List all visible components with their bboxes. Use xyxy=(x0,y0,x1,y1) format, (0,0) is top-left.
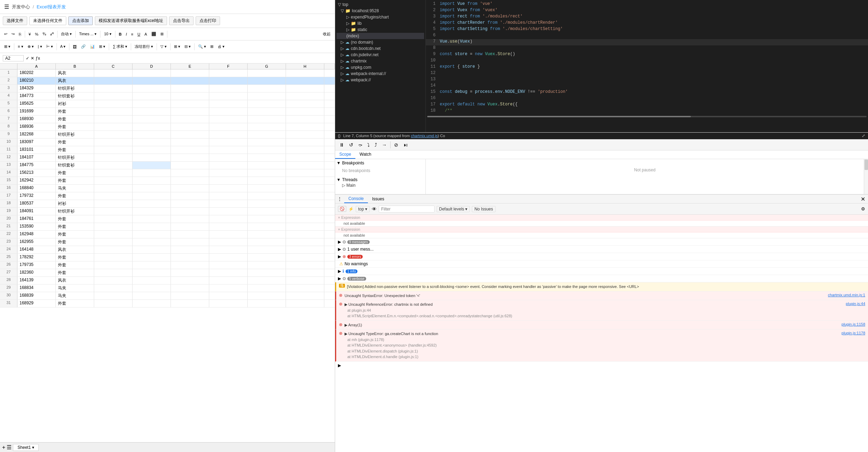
cell-a[interactable]: 182268 xyxy=(17,131,56,138)
console-filter-btn[interactable]: ⚡ xyxy=(348,207,354,212)
cell-h[interactable] xyxy=(286,269,324,276)
tree-item-unpkg[interactable]: ▷ ☁ unpkg.com xyxy=(337,64,424,71)
cell-a[interactable]: 184773 xyxy=(17,92,56,100)
cell-e[interactable] xyxy=(171,139,209,146)
cell-f[interactable] xyxy=(209,85,248,92)
cell-e[interactable] xyxy=(171,277,209,284)
cell-d[interactable] xyxy=(133,154,171,161)
cell-g[interactable] xyxy=(248,116,286,123)
tab-console[interactable]: Console xyxy=(344,195,368,203)
table-row[interactable]: 15162942外套 xyxy=(0,177,335,185)
cell-h[interactable] xyxy=(286,223,324,230)
tree-item-nodomain[interactable]: ▷ ☁ (no domain) xyxy=(337,39,424,45)
cell-d[interactable] xyxy=(133,69,171,77)
table-row[interactable]: 16168840马夹 xyxy=(0,185,335,192)
threads-header[interactable]: ▼ Threads xyxy=(337,177,424,182)
ref-error-source[interactable]: plugin.js:44 xyxy=(846,302,865,306)
cell-b[interactable]: 外套 xyxy=(56,269,94,276)
cell-d[interactable] xyxy=(133,162,171,169)
cell-c[interactable] xyxy=(94,300,133,307)
formula-sum-icon[interactable]: ƒx xyxy=(36,56,40,61)
cell-c[interactable] xyxy=(94,231,133,238)
cell-h[interactable] xyxy=(286,162,324,169)
cell-f[interactable] xyxy=(209,192,248,200)
cell-f[interactable] xyxy=(209,100,248,108)
cell-f[interactable] xyxy=(209,246,248,253)
cell-f[interactable] xyxy=(209,77,248,84)
cell-g[interactable] xyxy=(248,269,286,276)
cell-a[interactable]: 178292 xyxy=(17,254,56,261)
cell-f[interactable] xyxy=(209,69,248,77)
auto-select[interactable]: 自动 ▾ xyxy=(60,31,73,37)
cell-h[interactable] xyxy=(286,200,324,207)
cell-a[interactable]: 184107 xyxy=(17,154,56,161)
print-button[interactable]: 点击打印 xyxy=(196,16,220,25)
add-sheet-button[interactable]: + xyxy=(2,444,5,451)
table-row[interactable]: 23162955外套 xyxy=(0,238,335,246)
cell-e[interactable] xyxy=(171,200,209,207)
border-button[interactable]: ⊞ xyxy=(159,31,165,37)
cell-h[interactable] xyxy=(286,192,324,200)
cell-c[interactable] xyxy=(94,269,133,276)
cell-e[interactable] xyxy=(171,85,209,92)
formula-cancel-icon[interactable]: ✕ xyxy=(31,56,34,61)
cell-b[interactable]: 针织套衫 xyxy=(56,162,94,169)
cell-h[interactable] xyxy=(286,215,324,223)
format-btn[interactable]: ⊞ ▾ xyxy=(98,44,107,49)
console-filter-input[interactable] xyxy=(379,206,435,213)
table-row[interactable]: 12184107针织开衫 xyxy=(0,154,335,162)
cell-e[interactable] xyxy=(171,238,209,246)
cell-h[interactable] xyxy=(286,238,324,246)
cell-h[interactable] xyxy=(286,277,324,284)
cell-e[interactable] xyxy=(171,69,209,77)
add-button[interactable]: 点击添加 xyxy=(68,16,93,25)
cell-e[interactable] xyxy=(171,231,209,238)
cell-h[interactable] xyxy=(286,77,324,84)
cell-g[interactable] xyxy=(248,69,286,77)
merge-btn[interactable]: | ▾ xyxy=(37,44,44,49)
cell-b[interactable]: 外套 xyxy=(56,139,94,146)
devtools-close-btn[interactable]: ✕ xyxy=(858,196,868,202)
table-btn[interactable]: ⊞ xyxy=(209,44,215,49)
font-color-button[interactable]: A xyxy=(143,32,148,37)
cell-h[interactable] xyxy=(286,92,324,100)
align-button[interactable]: ≡ xyxy=(130,32,135,37)
cell-b[interactable]: 外套 xyxy=(56,300,94,307)
cell-b[interactable]: 外套 xyxy=(56,177,94,184)
cell-type-btn[interactable]: ⊞ ▾ xyxy=(3,44,12,49)
cell-e[interactable] xyxy=(171,269,209,276)
cell-e[interactable] xyxy=(171,123,209,131)
status-expand-icon[interactable]: ⤢ xyxy=(862,133,865,138)
cell-a[interactable]: 156213 xyxy=(17,169,56,177)
cell-e[interactable] xyxy=(171,192,209,200)
fill-color-button[interactable]: ⬛ xyxy=(150,31,158,37)
export-button[interactable]: 点击导出 xyxy=(169,16,194,25)
tree-item-index[interactable]: (index) xyxy=(337,33,424,39)
cell-h[interactable] xyxy=(286,169,324,177)
cell-b[interactable]: 外套 xyxy=(56,254,94,261)
cell-f[interactable] xyxy=(209,231,248,238)
cell-c[interactable] xyxy=(94,277,133,284)
col-width-btn[interactable]: ⊢ ▾ xyxy=(45,44,54,49)
cell-h[interactable] xyxy=(286,177,324,184)
cell-b[interactable]: 外套 xyxy=(56,231,94,238)
table-row[interactable]: 10183097外套 xyxy=(0,139,335,146)
cell-d[interactable] xyxy=(133,185,171,192)
debug-deactivate-btn[interactable]: ⊘ xyxy=(393,141,400,148)
cell-g[interactable] xyxy=(248,162,286,169)
array-source[interactable]: plugin.js:1158 xyxy=(841,322,865,326)
cell-f[interactable] xyxy=(209,223,248,230)
tab-scope[interactable]: Scope xyxy=(335,150,355,159)
cell-a[interactable]: 185625 xyxy=(17,100,56,108)
cell-e[interactable] xyxy=(171,246,209,253)
cell-d[interactable] xyxy=(133,254,171,261)
table-row[interactable]: 13184775针织套衫 xyxy=(0,162,335,169)
tab-watch[interactable]: Watch xyxy=(355,150,376,159)
devtools-more-btn[interactable]: ⋮ xyxy=(335,195,344,202)
cell-e[interactable] xyxy=(171,146,209,154)
syntax-error-source[interactable]: chartmix.umd.min.js:1 xyxy=(828,293,865,297)
cell-e[interactable] xyxy=(171,185,209,192)
cell-b[interactable]: 外套 xyxy=(56,215,94,223)
cell-f[interactable] xyxy=(209,284,248,292)
cell-f[interactable] xyxy=(209,185,248,192)
